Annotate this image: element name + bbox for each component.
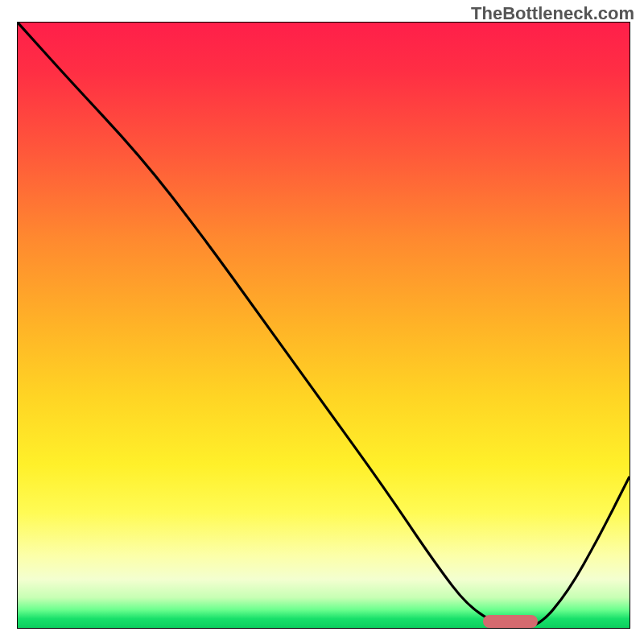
bottleneck-curve-path: [18, 23, 630, 628]
curve-svg: [18, 23, 630, 628]
bottleneck-chart: TheBottleneck.com: [0, 0, 644, 644]
watermark-text: TheBottleneck.com: [471, 3, 634, 24]
plot-area: [18, 23, 630, 628]
optimal-range-marker: [483, 615, 538, 628]
